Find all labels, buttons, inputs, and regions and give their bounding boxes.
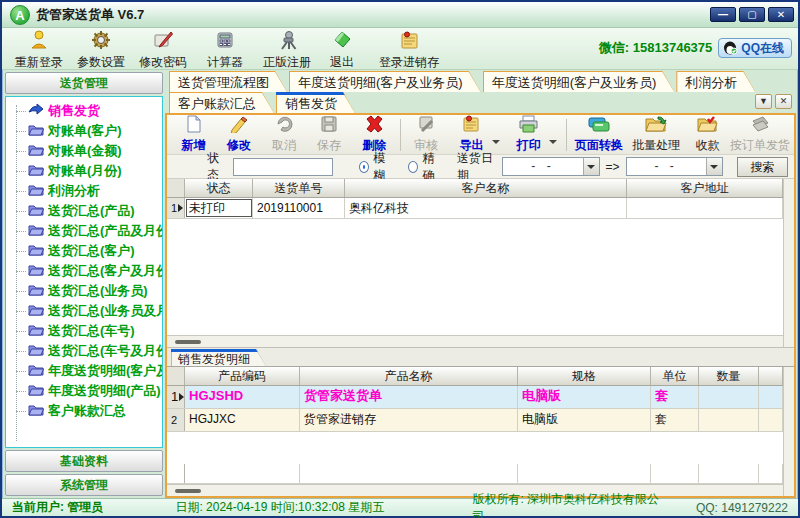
sidebar-item-statement-customer[interactable]: 对账单(客户) xyxy=(12,121,162,141)
copyright: 版权所有: 深圳市奥科亿科技有限公司 xyxy=(472,491,669,518)
cell-quantity[interactable] xyxy=(699,409,759,431)
tab-annual-delivery-detail-1[interactable]: 年度送货明细(客户及业务员) xyxy=(289,71,481,92)
maximize-button[interactable]: ▢ xyxy=(739,7,765,22)
tab-profit-analysis[interactable]: 利润分析 xyxy=(676,71,755,92)
sidebar-item-customer-balance[interactable]: 客户账款汇总 xyxy=(12,401,162,421)
cancel-button: 取消 xyxy=(261,116,306,154)
tab-close-button[interactable]: ✕ xyxy=(775,94,792,109)
col-customer[interactable]: 客户名称 xyxy=(345,179,627,197)
cell-spec[interactable]: 电脑版 xyxy=(518,409,651,431)
cell-customer[interactable]: 奥科亿科技 xyxy=(345,198,627,218)
cell-quantity[interactable] xyxy=(699,386,759,408)
search-button[interactable]: 搜索 xyxy=(737,157,788,177)
tab-sales-delivery[interactable]: 销售发货 xyxy=(276,92,355,113)
folder-icon xyxy=(28,263,44,279)
cell-status[interactable]: 未打印 xyxy=(185,198,253,218)
sidebar-item-statement-month[interactable]: 对账单(月份) xyxy=(12,161,162,181)
settings-button[interactable]: 参数设置 xyxy=(70,30,132,68)
tab-customer-balance-summary[interactable]: 客户账款汇总 xyxy=(169,92,274,113)
sidebar-item-sales-delivery[interactable]: 销售发货 xyxy=(12,101,162,121)
cell-product-code[interactable]: HGJSHD xyxy=(185,386,300,408)
page-convert-button[interactable]: 页面转换 xyxy=(570,116,627,154)
cell-product-name[interactable]: 货管家送货单 xyxy=(300,386,518,408)
login-inventory-button[interactable]: 登录进销存 xyxy=(366,30,452,68)
sidebar-item-summary-truck-month[interactable]: 送货汇总(车号及月份) xyxy=(12,341,162,361)
print-button[interactable]: 打印 xyxy=(506,116,551,154)
cell-product-name[interactable]: 货管家进销存 xyxy=(300,409,518,431)
tab-sales-delivery-detail[interactable]: 销售发货明细 xyxy=(171,349,266,366)
cell-unit[interactable]: 套 xyxy=(651,409,699,431)
detail-empty-area xyxy=(167,432,783,464)
date-to-select[interactable]: - - xyxy=(626,157,723,176)
title-bar: A 货管家送货单 V6.7 — ▢ ✕ xyxy=(2,2,798,28)
arrow-icon xyxy=(28,103,44,119)
col-spec[interactable]: 规格 xyxy=(518,367,651,385)
detail-row[interactable]: 1 HGJSHD 货管家送货单 电脑版 套 xyxy=(167,386,783,409)
register-button[interactable]: 正版注册 xyxy=(256,30,318,68)
detail-new-row[interactable] xyxy=(167,464,783,484)
window-title: 货管家送货单 V6.7 xyxy=(36,6,144,24)
cell-order-no[interactable]: 2019110001 xyxy=(253,198,345,218)
pencil-book-icon xyxy=(152,30,174,53)
export-dropdown-arrow[interactable] xyxy=(492,140,500,144)
sidebar-section-delivery[interactable]: 送货管理 xyxy=(5,72,163,94)
detail-row[interactable]: 2 HGJJXC 货管家进销存 电脑版 套 xyxy=(167,409,783,432)
detail-header-row: 产品编码 产品名称 规格 单位 数量 xyxy=(167,367,783,386)
sidebar-item-summary-product-month[interactable]: 送货汇总(产品及月份) xyxy=(12,221,162,241)
order-row[interactable]: 1 未打印 2019110001 奥科亿科技 xyxy=(167,198,783,219)
add-button[interactable]: 新增 xyxy=(171,116,216,154)
calculator-button[interactable]: 计算器 xyxy=(194,30,256,68)
sidebar-item-summary-salesman-month[interactable]: 送货汇总(业务员及月 xyxy=(12,301,162,321)
col-quantity[interactable]: 数量 xyxy=(699,367,759,385)
sidebar-item-statement-amount[interactable]: 对账单(金额) xyxy=(12,141,162,161)
status-filter-input[interactable] xyxy=(233,158,333,176)
tab-annual-delivery-detail-2[interactable]: 年度送货明细(客户及业务员) xyxy=(483,71,675,92)
sidebar-section-basic-data[interactable]: 基础资料 xyxy=(5,450,163,472)
qq-online-button[interactable]: QQ在线 xyxy=(718,38,792,58)
tab-delivery-flowchart[interactable]: 送货管理流程图 xyxy=(169,71,287,92)
cell-address[interactable] xyxy=(627,198,783,218)
cell-spec[interactable]: 电脑版 xyxy=(518,386,651,408)
sidebar-item-summary-truck[interactable]: 送货汇总(车号) xyxy=(12,321,162,341)
cell-unit[interactable]: 套 xyxy=(651,386,699,408)
sales-delivery-panel: 新增 修改 取消 保存 xyxy=(165,113,796,498)
cell-product-code[interactable]: HGJJXC xyxy=(185,409,300,431)
sidebar-item-summary-customer[interactable]: 送货汇总(客户) xyxy=(12,241,162,261)
gear-icon xyxy=(90,30,112,53)
sidebar-item-annual-detail-customer[interactable]: 年度送货明细(客户及 xyxy=(12,361,162,381)
receive-payment-button[interactable]: 收款 xyxy=(685,116,730,154)
folder-refresh-icon xyxy=(644,115,668,136)
sidebar-item-summary-product[interactable]: 送货汇总(产品) xyxy=(12,201,162,221)
sidebar-item-summary-salesman[interactable]: 送货汇总(业务员) xyxy=(12,281,162,301)
col-product-code[interactable]: 产品编码 xyxy=(185,367,300,385)
relogin-button[interactable]: 重新登录 xyxy=(8,30,70,68)
minimize-button[interactable]: — xyxy=(710,7,736,22)
edit-button[interactable]: 修改 xyxy=(216,116,261,154)
exit-button[interactable]: 退出 xyxy=(318,30,366,68)
main-grid-vscrollbar[interactable] xyxy=(783,179,794,347)
tab-list-dropdown-button[interactable]: ▼ xyxy=(755,94,772,109)
sidebar-item-profit-analysis[interactable]: 利润分析 xyxy=(12,181,162,201)
sidebar-section-system[interactable]: 系统管理 xyxy=(5,474,163,496)
qq-penguin-icon xyxy=(723,39,738,58)
main-grid-hscrollbar[interactable] xyxy=(167,335,783,347)
batch-process-button[interactable]: 批量处理 xyxy=(627,116,684,154)
delete-button[interactable]: 删除 xyxy=(352,116,397,154)
main-tab-strip: 送货管理流程图 年度送货明细(客户及业务员) 年度送货明细(客户及业务员) 利润… xyxy=(165,70,796,92)
col-order-no[interactable]: 送货单号 xyxy=(253,179,345,197)
col-address[interactable]: 客户地址 xyxy=(627,179,783,197)
change-password-button[interactable]: 修改密码 xyxy=(132,30,194,68)
col-unit[interactable]: 单位 xyxy=(651,367,699,385)
close-button[interactable]: ✕ xyxy=(768,7,794,22)
date-from-select[interactable]: - - xyxy=(502,157,599,176)
sidebar-item-summary-customer-month[interactable]: 送货汇总(客户及月份) xyxy=(12,261,162,281)
filter-bar: 状态 模糊 精确 送货日期 - - => - - 搜索 xyxy=(167,155,794,179)
pencil-icon xyxy=(229,115,249,136)
col-product-name[interactable]: 产品名称 xyxy=(300,367,518,385)
detail-grid-vscrollbar[interactable] xyxy=(783,367,794,496)
qq-number: QQ: 1491279222 xyxy=(669,501,788,515)
print-dropdown-arrow[interactable] xyxy=(549,140,557,144)
export-button[interactable]: 导出 xyxy=(449,116,494,154)
col-status[interactable]: 状态 xyxy=(185,179,253,197)
sidebar-item-annual-detail-product[interactable]: 年度送货明细(产品) xyxy=(12,381,162,401)
